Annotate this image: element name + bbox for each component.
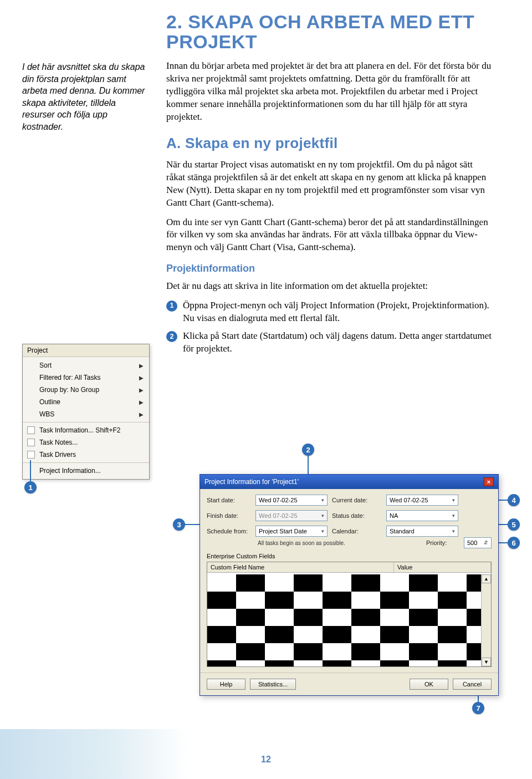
- menu-item-label: WBS: [39, 410, 54, 418]
- schedule-from-label: Schedule from:: [207, 528, 251, 534]
- menu-item-project-information[interactable]: Project Information...: [23, 465, 149, 477]
- menu-item-label: Filtered for: All Tasks: [39, 374, 100, 381]
- step-1-text: Öppna Project-menyn och välj Project Inf…: [183, 299, 493, 325]
- callout-3: 3: [173, 518, 185, 531]
- custom-fields-section-label: Enterprise Custom Fields: [207, 553, 492, 559]
- field-value: Wed 07-02-25: [259, 497, 298, 503]
- dialog-footer: Help Statistics... OK Cancel: [200, 673, 498, 695]
- field-value: Wed 07-02-25: [259, 512, 298, 519]
- cancel-button[interactable]: Cancel: [453, 679, 492, 690]
- sidebar-intro: I det här avsnittet ska du skapa din för…: [22, 61, 150, 133]
- page-number: 12: [0, 755, 532, 765]
- finish-date-label: Finish date:: [207, 512, 251, 519]
- priority-label: Priority:: [426, 539, 459, 546]
- menu-item-wbs[interactable]: WBS ▶: [23, 408, 149, 420]
- status-date-field[interactable]: NA▾: [386, 510, 458, 521]
- step-2-text: Klicka på Start date (Startdatum) och vä…: [183, 330, 493, 355]
- chevron-down-icon: ▾: [452, 513, 455, 518]
- menu-item-group[interactable]: Group by: No Group ▶: [23, 384, 149, 396]
- scroll-up-icon[interactable]: ▲: [482, 574, 491, 583]
- menu-item-sort[interactable]: Sort ▶: [23, 359, 149, 371]
- col-header-name: Custom Field Name: [207, 562, 394, 572]
- step-2: 2 Klicka på Start date (Startdatum) och …: [166, 330, 493, 355]
- callout-7: 7: [472, 702, 484, 714]
- menu-item-label: Task Drivers: [39, 451, 76, 459]
- dialog-title-text: Project Information for 'Project1': [204, 478, 299, 486]
- step-1: 1 Öppna Project-menyn och välj Project I…: [166, 299, 493, 325]
- callout-4: 4: [508, 494, 520, 506]
- field-value: Project Start Date: [259, 528, 307, 534]
- callout-1: 1: [24, 481, 37, 493]
- table-placeholder-icon: [207, 574, 481, 666]
- decorative-footer-strip: [0, 729, 188, 779]
- callout-leader: [30, 460, 31, 482]
- ok-button[interactable]: OK: [410, 679, 448, 690]
- callout-5: 5: [508, 518, 520, 531]
- chevron-right-icon: ▶: [139, 411, 144, 417]
- field-value: Wed 07-02-25: [390, 497, 428, 503]
- project-menu-screenshot: Project Sort ▶ Filtered for: All Tasks ▶…: [22, 344, 150, 480]
- start-date-label: Start date:: [207, 497, 251, 503]
- chevron-down-icon: ▾: [321, 513, 324, 518]
- step-2-bullet: 2: [166, 331, 177, 342]
- project-information-dialog: Project Information for 'Project1' × Sta…: [200, 474, 499, 696]
- menu-item-label: Outline: [39, 398, 60, 406]
- body-column: Innan du börjar arbeta med projektet är …: [166, 60, 493, 361]
- notes-icon: [27, 439, 35, 446]
- chevron-right-icon: ▶: [139, 363, 144, 369]
- statistics-button[interactable]: Statistics...: [250, 679, 296, 690]
- status-date-label: Status date:: [332, 512, 382, 519]
- chevron-down-icon: ▾: [452, 497, 455, 503]
- section-a-p1: När du startar Project visas automatiskt…: [166, 159, 493, 210]
- subsection-intro: Det är nu dags att skriva in lite inform…: [166, 280, 493, 293]
- menu-item-label: Group by: No Group: [39, 386, 99, 394]
- current-date-field[interactable]: Wed 07-02-25▾: [386, 495, 458, 506]
- chevron-down-icon: ▾: [321, 497, 324, 503]
- step-1-bullet: 1: [166, 301, 177, 312]
- field-value: 500: [467, 539, 477, 546]
- finish-date-field: Wed 07-02-25▾: [255, 510, 328, 521]
- intro-paragraph: Innan du börjar arbeta med projektet är …: [166, 60, 493, 124]
- close-icon[interactable]: ×: [484, 477, 494, 486]
- schedule-from-field[interactable]: Project Start Date▾: [255, 526, 328, 537]
- dialog-titlebar: Project Information for 'Project1' ×: [200, 475, 498, 489]
- menu-item-label: Project Information...: [39, 467, 101, 475]
- chevron-down-icon: ▾: [321, 528, 324, 534]
- subsection-heading: Projektinformation: [166, 262, 493, 275]
- chevron-down-icon: ▾: [452, 528, 455, 534]
- calendar-label: Calendar:: [332, 528, 382, 534]
- menu-item-task-information[interactable]: Task Information... Shift+F2: [23, 424, 149, 436]
- scroll-down-icon[interactable]: ▼: [482, 658, 491, 666]
- field-value: Standard: [390, 528, 415, 534]
- menu-item-label: Task Information... Shift+F2: [39, 426, 120, 434]
- page-title: 2. SKAPA OCH ARBETA MED ETT PROJEKT: [166, 12, 493, 52]
- spinner-icon: ⇵: [484, 540, 488, 546]
- menu-item-outline[interactable]: Outline ▶: [23, 396, 149, 408]
- help-button[interactable]: Help: [207, 679, 245, 690]
- field-value: NA: [390, 512, 398, 519]
- section-a-heading: A. Skapa en ny projektfil: [166, 134, 493, 153]
- menu-item-task-drivers[interactable]: Task Drivers: [23, 449, 149, 461]
- section-a-p2: Om du inte ser vyn Gantt Chart (Gantt-sc…: [166, 216, 493, 254]
- calendar-field[interactable]: Standard▾: [386, 526, 458, 537]
- task-info-icon: [27, 426, 35, 434]
- priority-field[interactable]: 500⇵: [464, 537, 492, 548]
- callout-6: 6: [508, 537, 520, 549]
- chevron-right-icon: ▶: [139, 375, 144, 381]
- menu-item-label: Task Notes...: [39, 439, 78, 446]
- callout-leader: [184, 524, 200, 525]
- chevron-right-icon: ▶: [139, 387, 144, 393]
- chevron-right-icon: ▶: [139, 399, 144, 405]
- menu-title: Project: [23, 344, 149, 357]
- menu-item-filtered[interactable]: Filtered for: All Tasks ▶: [23, 371, 149, 384]
- col-header-value: Value: [394, 562, 491, 572]
- callout-2: 2: [302, 444, 314, 456]
- custom-fields-table: Custom Field Name Value ▲ ▼: [207, 562, 492, 667]
- start-date-field[interactable]: Wed 07-02-25▾: [255, 495, 328, 506]
- menu-item-label: Sort: [39, 362, 52, 369]
- drivers-icon: [27, 451, 35, 459]
- scrollbar[interactable]: ▲ ▼: [481, 574, 491, 666]
- current-date-label: Current date:: [332, 497, 382, 503]
- menu-item-task-notes[interactable]: Task Notes...: [23, 436, 149, 449]
